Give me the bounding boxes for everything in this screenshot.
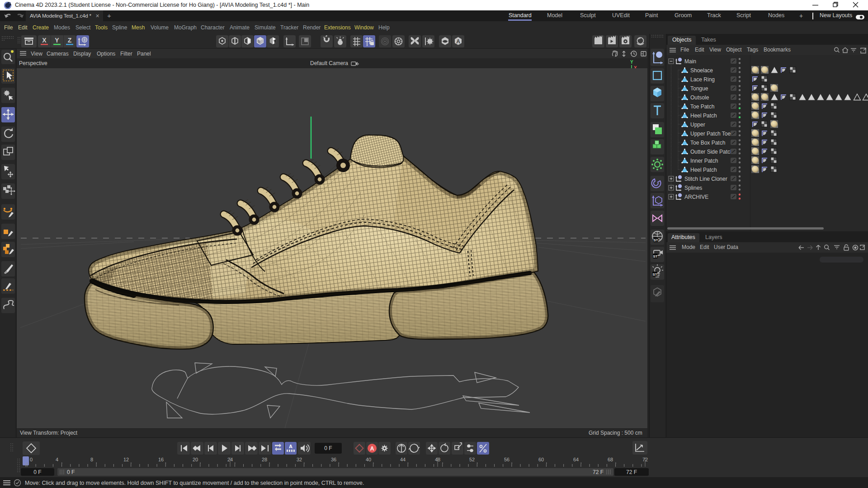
svg-text:Inner Patch: Inner Patch bbox=[690, 158, 718, 164]
svg-text:16: 16 bbox=[158, 457, 164, 462]
svg-text:Tongue: Tongue bbox=[690, 85, 708, 92]
svg-text:A: A bbox=[456, 38, 460, 45]
svg-text:0 F: 0 F bbox=[33, 469, 41, 475]
svg-text:0: 0 bbox=[30, 457, 33, 462]
svg-text:0 F: 0 F bbox=[67, 469, 75, 475]
svg-text:ST: ST bbox=[653, 238, 658, 242]
svg-text:Upper: Upper bbox=[690, 122, 705, 128]
svg-text:44: 44 bbox=[400, 457, 406, 462]
svg-text:32: 32 bbox=[297, 457, 302, 462]
svg-text:60: 60 bbox=[538, 457, 544, 462]
svg-text:Outter Side Patch: Outter Side Patch bbox=[690, 149, 733, 155]
svg-text:Main: Main bbox=[684, 58, 696, 65]
svg-text:40: 40 bbox=[366, 457, 371, 462]
svg-text:20: 20 bbox=[193, 457, 198, 462]
svg-text:Lace Ring: Lace Ring bbox=[690, 76, 715, 83]
svg-text:68: 68 bbox=[608, 457, 613, 462]
svg-text:Shoelace: Shoelace bbox=[690, 67, 713, 74]
svg-text:Heel Patch: Heel Patch bbox=[690, 167, 717, 173]
svg-text:Outsole: Outsole bbox=[690, 94, 709, 101]
svg-text:ST: ST bbox=[653, 254, 657, 258]
svg-text:8: 8 bbox=[90, 457, 93, 462]
svg-text:56: 56 bbox=[504, 457, 509, 462]
svg-text:36: 36 bbox=[331, 457, 336, 462]
svg-text:52: 52 bbox=[469, 457, 475, 462]
svg-text:Heel Patch: Heel Patch bbox=[690, 113, 717, 119]
svg-text:ARCHIVE: ARCHIVE bbox=[684, 194, 708, 200]
svg-text:A: A bbox=[370, 446, 374, 452]
svg-text:0 F: 0 F bbox=[324, 445, 332, 451]
svg-text:Splines: Splines bbox=[684, 185, 702, 191]
svg-text:Toe Box Patch: Toe Box Patch bbox=[690, 140, 725, 146]
svg-text:72 F: 72 F bbox=[593, 469, 604, 475]
svg-text:A: A bbox=[289, 444, 292, 449]
svg-text:72 F: 72 F bbox=[626, 469, 637, 475]
svg-text:28: 28 bbox=[262, 457, 267, 462]
svg-text:4: 4 bbox=[56, 457, 58, 462]
svg-text:64: 64 bbox=[573, 457, 579, 462]
svg-text:Toe Patch: Toe Patch bbox=[690, 103, 714, 110]
svg-text:Y: Y bbox=[630, 60, 633, 65]
svg-text:X: X bbox=[42, 37, 47, 44]
svg-text:12: 12 bbox=[123, 457, 129, 462]
svg-text:Z: Z bbox=[68, 37, 72, 44]
svg-text:Upper Patch Toe: Upper Patch Toe bbox=[690, 131, 731, 137]
svg-text:ST: ST bbox=[652, 272, 657, 277]
svg-text:Stitch Line Cloner: Stitch Line Cloner bbox=[684, 176, 727, 182]
svg-text:Y: Y bbox=[55, 37, 59, 44]
